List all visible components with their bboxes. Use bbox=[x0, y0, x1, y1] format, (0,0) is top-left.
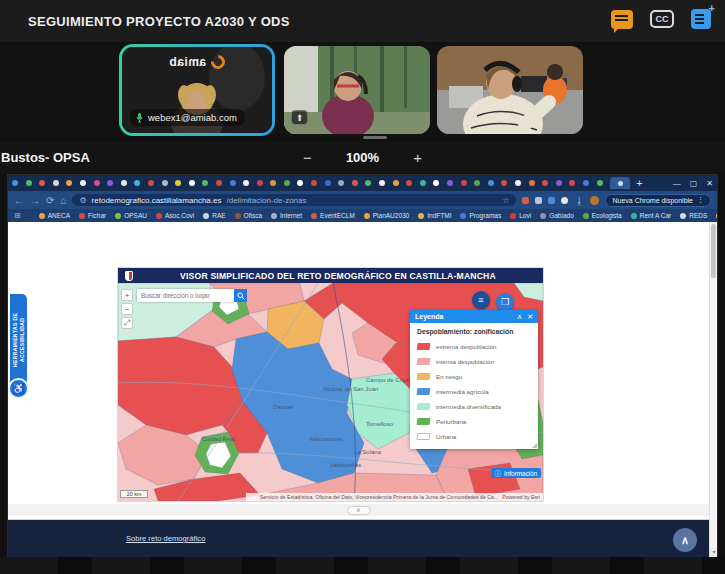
browser-tab[interactable] bbox=[243, 180, 249, 186]
basemap-gallery-button[interactable]: ❒ bbox=[496, 293, 514, 311]
bookmark-item[interactable]: Rent A Car bbox=[631, 212, 671, 219]
browser-tab[interactable] bbox=[556, 180, 562, 186]
browser-tab[interactable] bbox=[148, 180, 154, 186]
browser-tab[interactable] bbox=[352, 180, 358, 186]
new-chrome-button[interactable]: Nueva Chrome disponible ⋮ bbox=[605, 194, 711, 207]
participant-video-3[interactable] bbox=[437, 46, 583, 134]
map-search-input[interactable] bbox=[137, 289, 234, 302]
browser-tab[interactable] bbox=[270, 180, 276, 186]
zoom-in-button[interactable]: + bbox=[413, 149, 422, 166]
browser-tab[interactable] bbox=[515, 180, 521, 186]
browser-tab[interactable] bbox=[257, 180, 263, 186]
participant-video-2[interactable]: ⬆ bbox=[284, 46, 430, 134]
browser-tab[interactable] bbox=[134, 180, 140, 186]
browser-tab[interactable] bbox=[338, 180, 344, 186]
browser-tab[interactable] bbox=[420, 180, 426, 186]
browser-tab[interactable] bbox=[447, 180, 453, 186]
participant-video-active[interactable]: amiab webex1@amiab.com bbox=[119, 44, 275, 136]
map-zoom-in-button[interactable]: + bbox=[121, 289, 133, 301]
browser-tab[interactable] bbox=[53, 180, 59, 186]
legend-resize-handle[interactable] bbox=[532, 443, 537, 448]
browser-tab[interactable] bbox=[393, 180, 399, 186]
browser-tab[interactable] bbox=[474, 180, 480, 186]
bookmark-item[interactable]: PlanAU2030 bbox=[364, 212, 410, 219]
choropleth-map[interactable]: Alcázar de San JuanCampo de CriptanaTome… bbox=[118, 283, 543, 501]
apps-grid-icon[interactable]: ⊞ bbox=[14, 211, 21, 220]
bookmark-item[interactable]: OPSAU bbox=[115, 212, 147, 219]
notes-panel-icon[interactable] bbox=[691, 9, 711, 29]
forward-button[interactable]: → bbox=[30, 195, 40, 206]
bookmark-item[interactable]: Fichar bbox=[79, 212, 106, 219]
browser-tab[interactable] bbox=[94, 180, 100, 186]
accessibility-icon[interactable]: ♿ bbox=[8, 378, 29, 399]
browser-tab[interactable] bbox=[325, 180, 331, 186]
page-scrollbar[interactable]: ▾ bbox=[709, 222, 717, 557]
accessibility-tools-tab[interactable]: HERRAMIENTAS DE ACCESIBILIDAD ♿ bbox=[10, 294, 27, 386]
browser-tab[interactable] bbox=[284, 180, 290, 186]
chat-icon[interactable] bbox=[611, 10, 633, 29]
browser-tab[interactable] bbox=[597, 180, 603, 186]
browser-tab[interactable] bbox=[433, 180, 439, 186]
browser-tab[interactable] bbox=[39, 180, 45, 186]
address-bar[interactable]: ⚙ retodemografico.castillalamancha.es /d… bbox=[72, 194, 516, 206]
browser-tab[interactable] bbox=[121, 180, 127, 186]
scrollbar-down-arrow[interactable]: ▾ bbox=[710, 548, 717, 557]
browser-tab[interactable] bbox=[12, 180, 18, 186]
browser-tab[interactable] bbox=[529, 180, 535, 186]
scrollbar-thumb[interactable] bbox=[711, 224, 716, 278]
extension-icon[interactable] bbox=[522, 197, 529, 204]
browser-tab[interactable] bbox=[230, 180, 236, 186]
about-demographic-link[interactable]: Sobre reto demográfico bbox=[126, 534, 205, 543]
bookmark-item[interactable]: EventECLM bbox=[311, 212, 355, 219]
browser-tab[interactable] bbox=[297, 180, 303, 186]
extension-icon[interactable] bbox=[561, 197, 568, 204]
bookmark-item[interactable]: Programas bbox=[460, 212, 501, 219]
browser-tab[interactable] bbox=[461, 180, 467, 186]
browser-tab[interactable] bbox=[26, 180, 32, 186]
browser-tab[interactable] bbox=[583, 180, 589, 186]
bookmark-star-icon[interactable]: ☆ bbox=[502, 196, 509, 205]
map-zoom-out-button[interactable]: − bbox=[121, 303, 133, 315]
legend-close-icon[interactable]: ✕ bbox=[527, 313, 533, 321]
map-search-button[interactable] bbox=[234, 289, 247, 302]
window-maximize-button[interactable]: ▢ bbox=[690, 179, 698, 188]
site-info-icon[interactable]: ⚙ bbox=[79, 196, 86, 205]
reload-button[interactable]: ⟳ bbox=[46, 195, 54, 206]
legend-toggle-button[interactable]: ≡ bbox=[472, 291, 490, 309]
bookmark-item[interactable]: Internet bbox=[271, 212, 302, 219]
browser-tab[interactable] bbox=[569, 180, 575, 186]
browser-tab[interactable] bbox=[162, 180, 168, 186]
browser-tab[interactable] bbox=[216, 180, 222, 186]
closed-captions-button[interactable]: CC bbox=[650, 10, 674, 28]
legend-collapse-icon[interactable]: ∧ bbox=[517, 313, 522, 321]
browser-tab[interactable] bbox=[542, 180, 548, 186]
map-reset-view-button[interactable]: ⤢ bbox=[121, 317, 133, 329]
window-minimize-button[interactable]: — bbox=[673, 179, 681, 188]
browser-tab[interactable] bbox=[311, 180, 317, 186]
browser-active-tab[interactable] bbox=[610, 177, 630, 189]
browser-tab[interactable] bbox=[202, 180, 208, 186]
zoom-out-button[interactable]: − bbox=[303, 149, 312, 166]
bookmark-item[interactable]: Lovi bbox=[510, 212, 531, 219]
back-button[interactable]: ← bbox=[14, 195, 24, 206]
browser-tab[interactable] bbox=[107, 180, 113, 186]
downloads-icon[interactable]: ⭳ bbox=[574, 195, 584, 206]
browser-tab[interactable] bbox=[488, 180, 494, 186]
bookmark-item[interactable]: Ecologista bbox=[583, 212, 622, 219]
browser-tab[interactable] bbox=[80, 180, 86, 186]
bookmark-item[interactable]: Asoc.Covi bbox=[156, 212, 194, 219]
browser-tab[interactable] bbox=[365, 180, 371, 186]
bookmark-item[interactable]: Ofisca bbox=[235, 212, 262, 219]
browser-tab[interactable] bbox=[189, 180, 195, 186]
extension-icon[interactable] bbox=[548, 197, 555, 204]
bookmark-item[interactable]: Gabiado bbox=[540, 212, 574, 219]
map-info-button[interactable]: ⓘ Información bbox=[491, 468, 541, 478]
browser-tab[interactable] bbox=[501, 180, 507, 186]
bookmark-item[interactable]: RAE bbox=[203, 212, 225, 219]
bookmark-item[interactable]: Visor bbox=[716, 212, 717, 219]
panel-drag-handle[interactable] bbox=[363, 136, 387, 139]
scroll-to-top-button[interactable]: ∧ bbox=[673, 528, 697, 552]
bookmark-item[interactable]: IndFTMI bbox=[418, 212, 451, 219]
browser-tab[interactable] bbox=[175, 180, 181, 186]
extension-icon[interactable] bbox=[535, 197, 542, 204]
